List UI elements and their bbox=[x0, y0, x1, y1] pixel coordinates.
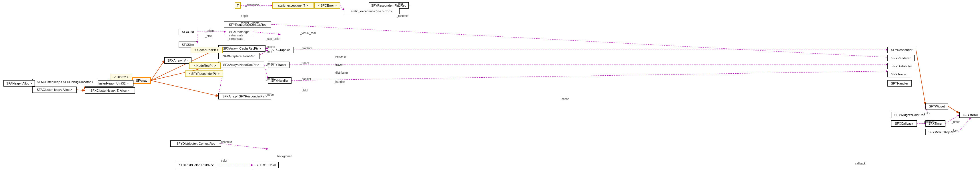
node-sfymenu: SFYMenu bbox=[959, 112, 980, 118]
edge-label-15: _node bbox=[266, 77, 274, 80]
edge-label-20: _distributer bbox=[334, 71, 348, 74]
edge-label-9: _font bbox=[266, 50, 272, 53]
diagram-edges bbox=[0, 0, 980, 194]
edge-label-18: _renderer bbox=[334, 55, 346, 58]
svg-line-12 bbox=[264, 64, 268, 79]
svg-line-34 bbox=[221, 144, 268, 149]
node-sfydistributer: SFYDistributer bbox=[888, 63, 916, 69]
edge-label-16: _node bbox=[266, 93, 274, 96]
edge-label-3: _origin bbox=[205, 29, 214, 32]
node-sfxarray_sfyresponderptr: SFXArray< SFYResponderPtr > bbox=[218, 93, 271, 99]
edge-label-6: _strtranslate bbox=[228, 37, 243, 40]
edge-label-30: background bbox=[277, 155, 292, 158]
node-uint32: < UInt32 > bbox=[111, 74, 132, 80]
edge-label-28: _dcontext bbox=[220, 140, 232, 144]
edge-label-29: _color bbox=[220, 159, 227, 162]
edge-label-8: _cache bbox=[266, 45, 275, 48]
node-sfxarray_v: SFXArray< V > bbox=[164, 57, 191, 64]
node-sfyresponderptr: < SFYResponderPtr > bbox=[185, 71, 223, 77]
node-static_exception_t: static_exception< T > bbox=[272, 2, 314, 9]
edge-label-17: _child bbox=[300, 89, 307, 92]
node-sfydistributer_contextrec: SFYDistributer::ContextRec bbox=[170, 140, 221, 147]
svg-line-4 bbox=[271, 24, 888, 57]
svg-line-22 bbox=[76, 90, 85, 91]
node-sfaclusterheap_alloc: SFAClusterHeap< Alloc > bbox=[32, 87, 76, 93]
edge-label-24: _color bbox=[923, 112, 930, 115]
node-sfyresponder: SFYResponder bbox=[888, 47, 916, 53]
edge-label-13: _handler bbox=[300, 77, 311, 80]
edge-label-4: _size bbox=[205, 34, 212, 37]
edge-label-25: _callback bbox=[923, 120, 935, 123]
node-sfxarray_noderecptr: SFXArray< NodeRecPtr > bbox=[218, 62, 264, 68]
edge-label-21: _handler bbox=[334, 80, 345, 83]
node-noderecptr: < NodeRecPtr > bbox=[189, 63, 221, 69]
edge-label-32: callback bbox=[855, 162, 865, 165]
edge-label-26: _timer bbox=[952, 120, 960, 123]
edge-label-19: _tracer bbox=[334, 63, 343, 66]
svg-line-28 bbox=[916, 50, 926, 104]
node-sfyhandler: SFYHandler bbox=[888, 80, 912, 87]
edge-label-5: _strtranslate bbox=[228, 34, 243, 37]
node-sfaclusterheap_sfddebugallocator: SFAClusterHeap< SFDDebugAllocator > bbox=[32, 79, 98, 85]
edge-label-14: _node bbox=[266, 63, 274, 66]
node-sfarray: SFArray bbox=[132, 77, 151, 84]
node-sfxcallback: SFXCallback bbox=[891, 120, 917, 127]
node-sfytracer: SFYTracer bbox=[888, 71, 910, 77]
svg-line-14 bbox=[151, 61, 164, 80]
node-sfcerror: < SFCError > bbox=[314, 2, 340, 9]
node-sfywidget: SFYWidget bbox=[926, 103, 948, 109]
edge-label-22: _flag bbox=[397, 2, 403, 5]
edge-label-2: render_update bbox=[241, 21, 259, 25]
node-static_exception_sfcerror: static_exception< SFCError > bbox=[344, 8, 399, 14]
svg-line-17 bbox=[151, 80, 218, 96]
edge-label-0: _exception bbox=[245, 3, 259, 6]
svg-line-27 bbox=[291, 71, 888, 80]
svg-line-29 bbox=[948, 106, 959, 113]
edge-label-23: _rcontext bbox=[397, 14, 409, 18]
node-sfxarray_cacherecptr: SFXArray< CacheRecPtr > bbox=[218, 45, 266, 51]
node-sfxrgbcolor_rgbrec: SFXRGBColor::RGBRec bbox=[176, 162, 217, 168]
node-sfxrgbcolor: SFXRGBColor bbox=[253, 162, 278, 168]
edge-label-11: _graphics bbox=[300, 47, 312, 50]
node-cacherecptr: < CacheRecPtr > bbox=[191, 47, 223, 53]
edge-label-27: _key bbox=[952, 129, 958, 132]
node-sfxclusterheap_t: SFXClusterHeap< T, Alloc > bbox=[85, 87, 135, 94]
edge-label-7: _sdp_uclip bbox=[266, 37, 280, 40]
class-diagram: SFYMenuSFYWidgetSFYResponderSFYResponder… bbox=[0, 0, 980, 194]
node-sfaheap_alloc: SFAHeap< Alloc > bbox=[3, 80, 35, 87]
svg-line-7 bbox=[253, 32, 280, 34]
node-t: T bbox=[235, 2, 241, 9]
svg-line-33 bbox=[958, 118, 970, 132]
edge-label-1: origin bbox=[241, 14, 248, 18]
node-sfxgrid: SFXGrid bbox=[179, 29, 197, 35]
edge-label-31: cache bbox=[562, 98, 569, 101]
node-sfyrenderer: SFYRenderer bbox=[888, 55, 915, 61]
edge-label-12: _tracer bbox=[300, 62, 309, 65]
node-sfxgraphics_fontrec: SFXGraphics::FontRec bbox=[218, 53, 260, 59]
svg-line-2 bbox=[340, 5, 344, 10]
edge-label-10: _virtual_real bbox=[300, 32, 315, 35]
